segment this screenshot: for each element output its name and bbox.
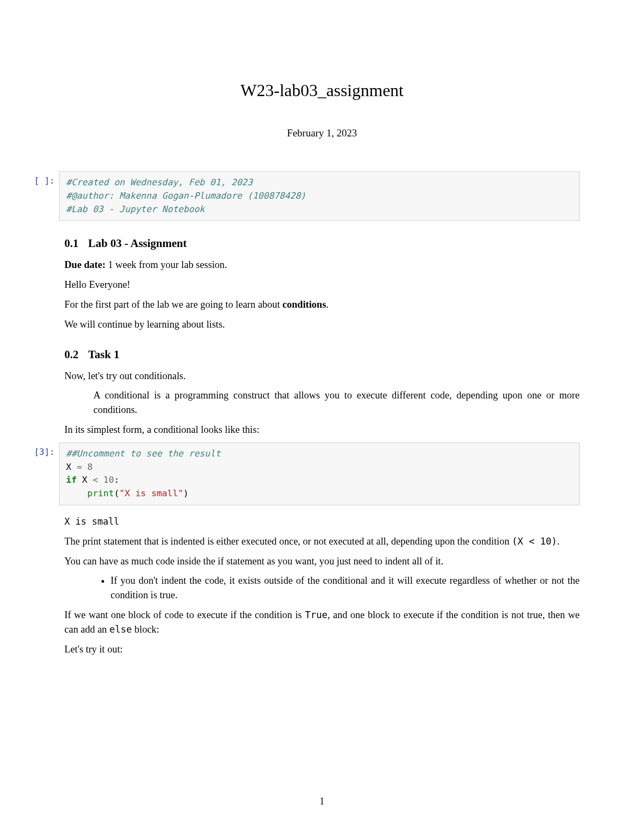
exec-paragraph: The print statement that is indented is … (64, 534, 580, 549)
intro-line: For the first part of the lab we are goi… (64, 298, 580, 312)
code-comment: #Created on Wednesday, Feb 01, 2023 (66, 177, 253, 187)
code-content: #Created on Wednesday, Feb 01, 2023 #@au… (59, 171, 580, 221)
code-text: : (114, 475, 119, 485)
try-out: Let's try it out: (64, 642, 580, 657)
due-text: 1 week from your lab session. (106, 259, 228, 270)
task1-intro: Now, let's try out conditionals. (64, 369, 580, 383)
code-num: 10 (104, 475, 114, 485)
code-text: X (77, 475, 93, 485)
code-op: = (77, 462, 82, 472)
bullet-list: If you don't indent the code, it exists … (64, 574, 580, 603)
section-heading-01: 0.1Lab 03 - Assignment (64, 237, 580, 250)
code-keyword: if (66, 475, 77, 485)
doc-date: February 1, 2023 (64, 127, 580, 139)
exec-text-a: The print statement that is indented is … (64, 536, 512, 547)
cell-prompt: [3]: (27, 443, 59, 457)
much-paragraph: You can have as much code inside the if … (64, 554, 580, 569)
else-c: block: (132, 624, 159, 635)
code-text: ) (184, 488, 189, 498)
code-text (82, 462, 87, 472)
section-title: Task 1 (88, 348, 119, 361)
intro-bold: conditions (282, 299, 326, 310)
cell-prompt: [ ]: (27, 171, 59, 186)
code-op: < (93, 475, 98, 485)
section-number: 0.2 (64, 348, 78, 361)
task1-quote: A conditional is a programming construct… (93, 388, 580, 417)
exec-text-b: . (557, 536, 560, 547)
code-func: print (87, 488, 114, 498)
code-num: 8 (87, 462, 93, 472)
code-text: ( (114, 488, 119, 498)
due-label: Due date: (64, 259, 106, 270)
else-else: else (109, 624, 132, 635)
intro-part2: . (326, 299, 329, 310)
else-paragraph: If we want one block of code to execute … (64, 608, 580, 637)
due-date-line: Due date: 1 week from your lab session. (64, 258, 580, 272)
code-text: X (66, 462, 77, 472)
code-cell-2: [3]: ##Uncomment to see the result X = 8… (27, 443, 580, 505)
code-text (98, 475, 104, 485)
section-number: 0.1 (64, 237, 78, 250)
document-page: W23-lab03_assignment February 1, 2023 [ … (0, 0, 644, 834)
exec-code: (X < 10) (512, 536, 557, 547)
doc-title: W23-lab03_assignment (64, 81, 580, 100)
else-true: True (305, 610, 327, 620)
cell-output: X is small (64, 516, 580, 527)
section-title: Lab 03 - Assignment (88, 237, 187, 250)
code-cell-1: [ ]: #Created on Wednesday, Feb 01, 2023… (27, 171, 580, 221)
code-comment: #Lab 03 - Jupyter Notebook (66, 204, 204, 214)
code-indent (66, 488, 87, 498)
code-content: ##Uncomment to see the result X = 8 if X… (59, 443, 580, 505)
else-a: If we want one block of code to execute … (64, 610, 305, 620)
section-heading-02: 0.2Task 1 (64, 348, 580, 361)
code-comment: ##Uncomment to see the result (66, 448, 221, 459)
page-number: 1 (0, 796, 644, 807)
code-string: "X is small" (119, 488, 183, 498)
intro-part1: For the first part of the lab we are goi… (64, 299, 282, 310)
continue-line: We will continue by learning about lists… (64, 317, 580, 332)
code-comment: #@author: Makenna Gogan-Plumadore (10087… (66, 191, 306, 201)
hello-line: Hello Everyone! (64, 278, 580, 292)
list-item: If you don't indent the code, it exists … (111, 574, 580, 603)
task1-simplest: In its simplest form, a conditional look… (64, 423, 580, 437)
